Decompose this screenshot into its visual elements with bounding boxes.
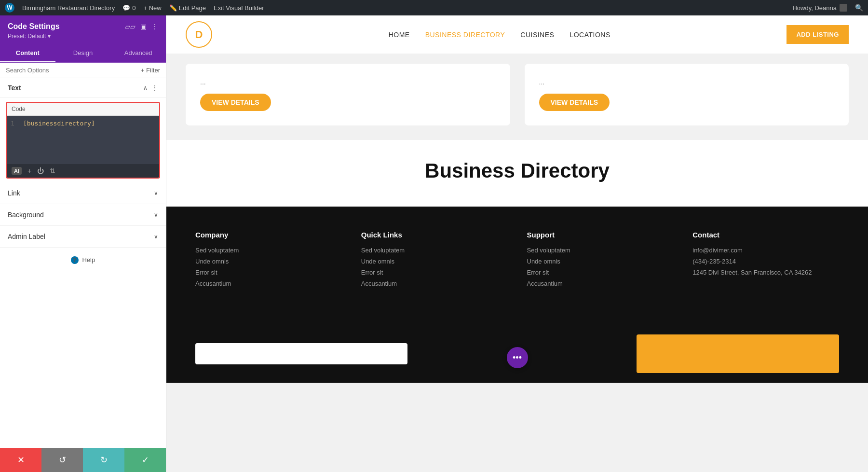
admin-label-chevron-icon: ∨ (154, 233, 158, 240)
code-content[interactable]: [businessdirectory] (23, 120, 95, 160)
footer-company-link-2[interactable]: Unde omnis (195, 258, 342, 265)
site-nav: HOME BUSINESS DIRECTORY CUISINES LOCATIO… (389, 31, 610, 39)
business-directory-section: Business Directory (166, 140, 868, 207)
split-icon[interactable]: ▣ (140, 23, 147, 30)
filter-button[interactable]: + Filter (141, 67, 160, 74)
footer-quicklinks-link-2[interactable]: Unde omnis (361, 258, 508, 265)
avatar (840, 4, 847, 12)
more-vert-icon[interactable]: ⋮ (151, 23, 158, 30)
sidebar: Code Settings ▱▱ ▣ ⋮ Preset: Default ▾ C… (0, 15, 166, 472)
preset-label[interactable]: Preset: Default ▾ (8, 33, 158, 40)
admin-label-section-title: Admin Label (8, 233, 45, 240)
footer-company-link-1[interactable]: Sed voluptatem (195, 247, 342, 254)
site-logo: D (186, 21, 212, 48)
admin-label-section[interactable]: Admin Label ∨ (0, 226, 166, 248)
exit-builder-link[interactable]: Exit Visual Builder (214, 4, 264, 12)
footer-quicklinks-title: Quick Links (361, 231, 508, 239)
edit-page-link[interactable]: ✏️ Edit Page (169, 4, 206, 12)
footer-search-bar[interactable] (195, 343, 407, 364)
admin-bar: W Birmingham Restaurant Directory 💬 0 + … (0, 0, 868, 15)
nav-business-directory[interactable]: BUSINESS DIRECTORY (425, 31, 505, 39)
howdy-user[interactable]: Howdy, Deanna (792, 4, 847, 12)
footer-company-link-4[interactable]: Accusantium (195, 280, 342, 287)
search-input[interactable] (6, 67, 141, 74)
footer-support-title: Support (527, 231, 674, 239)
cards-section: ... VIEW DETAILS ... VIEW DETAILS (166, 54, 868, 140)
footer-col-support: Support Sed voluptatem Unde omnis Error … (527, 231, 674, 291)
business-directory-title: Business Directory (186, 159, 849, 182)
tab-content[interactable]: Content (0, 44, 55, 62)
footer-quicklinks-link-4[interactable]: Accusantium (361, 280, 508, 287)
card-1: ... VIEW DETAILS (186, 64, 510, 125)
sidebar-title: Code Settings (8, 22, 60, 31)
text-section-header: Text ∧ ⋮ (0, 78, 166, 98)
site-footer: Company Sed voluptatem Unde omnis Error … (166, 207, 868, 325)
footer-col-company: Company Sed voluptatem Unde omnis Error … (195, 231, 342, 291)
tab-advanced[interactable]: Advanced (110, 44, 166, 62)
save-button[interactable]: ✓ (124, 448, 166, 472)
cancel-button[interactable]: ✕ (0, 448, 41, 472)
undo-button[interactable]: ↺ (41, 448, 83, 472)
power-icon[interactable]: ⏻ (37, 167, 44, 175)
code-toolbar: AI + ⏻ ⇅ (7, 164, 159, 178)
nav-home[interactable]: HOME (389, 31, 410, 39)
footer-col-quicklinks: Quick Links Sed voluptatem Unde omnis Er… (361, 231, 508, 291)
footer-quicklinks-link-1[interactable]: Sed voluptatem (361, 247, 508, 254)
link-section-title: Link (8, 189, 20, 197)
footer-support-link-1[interactable]: Sed voluptatem (527, 247, 674, 254)
search-icon[interactable]: 🔍 (855, 4, 863, 12)
help-button[interactable]: ? Help (71, 256, 95, 264)
tab-bar: Content Design Advanced (0, 44, 166, 63)
nav-cuisines[interactable]: CUISINES (520, 31, 554, 39)
footer-company-link-3[interactable]: Error sit (195, 269, 342, 276)
fab-button[interactable]: ••• (507, 347, 528, 368)
footer-contact-address[interactable]: 1245 Divi Street, San Francisco, CA 3426… (692, 269, 839, 276)
move-icon[interactable]: ⇅ (50, 167, 55, 175)
background-section[interactable]: Background ∨ (0, 204, 166, 226)
footer-grid: Company Sed voluptatem Unde omnis Error … (195, 231, 839, 291)
text-section-menu[interactable]: ⋮ (151, 84, 158, 92)
comments-link[interactable]: 💬 0 (122, 4, 136, 12)
card-1-text: ... (200, 78, 206, 86)
link-section[interactable]: Link ∨ (0, 182, 166, 204)
nav-locations[interactable]: LOCATIONS (570, 31, 610, 39)
ellipsis-icon: ••• (513, 353, 522, 363)
text-section-chevron[interactable]: ∧ (143, 84, 148, 91)
add-listing-button[interactable]: ADD LISTING (787, 25, 849, 44)
view-details-button-2[interactable]: VIEW DETAILS (539, 94, 610, 111)
redo-button[interactable]: ↻ (83, 448, 124, 472)
site-name[interactable]: Birmingham Restaurant Directory (22, 4, 115, 12)
footer-quicklinks-link-3[interactable]: Error sit (361, 269, 508, 276)
help-circle-icon: ? (71, 256, 79, 264)
link-chevron-icon: ∨ (154, 190, 158, 196)
tab-design[interactable]: Design (55, 44, 111, 62)
footer-contact-phone[interactable]: (434)-235-2314 (692, 258, 839, 265)
code-editor[interactable]: 1 [businessdirectory] (7, 116, 159, 164)
footer-bottom: ••• (166, 325, 868, 383)
code-label: Code (7, 103, 159, 116)
sidebar-header: Code Settings ▱▱ ▣ ⋮ Preset: Default ▾ (0, 15, 166, 44)
text-section-title: Text (8, 84, 21, 92)
footer-support-link-3[interactable]: Error sit (527, 269, 674, 276)
minimize-icon[interactable]: ▱▱ (125, 23, 136, 30)
card-2: ... VIEW DETAILS (525, 64, 849, 125)
background-chevron-icon: ∨ (154, 211, 158, 218)
wordpress-icon[interactable]: W (5, 3, 14, 13)
ai-badge[interactable]: AI (12, 167, 22, 175)
add-code-icon[interactable]: + (27, 167, 31, 175)
footer-orange-block (637, 334, 839, 373)
new-link[interactable]: + New (143, 4, 161, 12)
view-details-button-1[interactable]: VIEW DETAILS (200, 94, 271, 111)
content-area: D HOME BUSINESS DIRECTORY CUISINES LOCAT… (166, 15, 868, 472)
card-2-text: ... (539, 78, 545, 86)
footer-support-link-4[interactable]: Accusantium (527, 280, 674, 287)
site-header: D HOME BUSINESS DIRECTORY CUISINES LOCAT… (166, 15, 868, 54)
bottom-bar: ✕ ↺ ↻ ✓ (0, 448, 166, 472)
background-section-title: Background (8, 211, 44, 219)
footer-col-contact: Contact info@divimer.com (434)-235-2314 … (692, 231, 839, 291)
help-section: ? Help (0, 248, 166, 272)
footer-contact-email[interactable]: info@divimer.com (692, 247, 839, 254)
line-numbers: 1 (11, 120, 18, 160)
code-editor-section: Code 1 [businessdirectory] AI + ⏻ ⇅ (6, 102, 160, 179)
footer-support-link-2[interactable]: Unde omnis (527, 258, 674, 265)
